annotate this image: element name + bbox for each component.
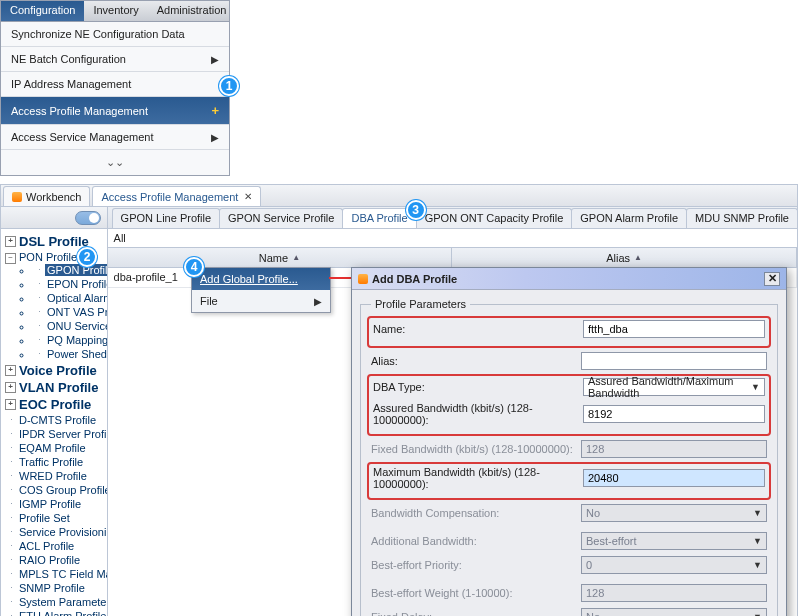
tree-service-provisioning[interactable]: Service Provisioning Profile	[5, 525, 107, 539]
select-value: No	[586, 611, 600, 616]
label: Access Profile Management	[101, 191, 238, 203]
tree-epon-profile[interactable]: EPON Profile	[33, 277, 107, 291]
menu-administration[interactable]: Administration	[148, 1, 236, 21]
name-input[interactable]	[583, 320, 765, 338]
subtab-mdu-snmp[interactable]: MDU SNMP Profile	[686, 208, 798, 228]
select-value: Best-effort	[586, 535, 637, 547]
close-icon[interactable]: ✕	[244, 191, 252, 202]
be-weight-input	[581, 584, 767, 602]
plus-icon: +	[211, 103, 219, 118]
assured-bw-label: Assured Bandwidth (kbit/s) (128-10000000…	[373, 402, 583, 426]
col-alias[interactable]: Alias▲	[452, 248, 797, 267]
tab-workbench[interactable]: Workbench	[3, 186, 90, 206]
tree-raio-profile[interactable]: RAIO Profile	[5, 553, 107, 567]
chevron-down-icon: ▼	[753, 536, 762, 546]
subtab-gpon-line[interactable]: GPON Line Profile	[112, 208, 220, 228]
label: Access Service Management	[11, 131, 153, 143]
subtab-gpon-service[interactable]: GPON Service Profile	[219, 208, 343, 228]
tree-mpls-tc-mapping[interactable]: MPLS TC Field Mapping Profile	[5, 567, 107, 581]
menu-item-ne-batch[interactable]: NE Batch Configuration▶	[1, 47, 229, 72]
menu-inventory[interactable]: Inventory	[84, 1, 147, 21]
tree-igmp-profile[interactable]: IGMP Profile	[5, 497, 107, 511]
close-icon: ✕	[768, 272, 777, 285]
menubar: Configuration Inventory Administration	[0, 0, 230, 22]
filter-row: All	[108, 229, 797, 248]
step-badge-3: 3	[406, 200, 426, 220]
select-value: No	[586, 507, 600, 519]
fixed-bw-label: Fixed Bandwidth (kbit/s) (128-10000000):	[371, 443, 581, 455]
label: DBA Profile	[351, 212, 407, 224]
label: Synchronize NE Configuration Data	[11, 28, 185, 40]
workspace: Workbench Access Profile Management✕ DSL…	[0, 184, 798, 616]
profile-parameters-group: Profile Parameters Name: Alias: DBA Type…	[360, 298, 778, 616]
fixed-bw-input	[581, 440, 767, 458]
nav-tree-panel: DSL Profile PON Profile 2 GPON Profile E…	[1, 207, 108, 616]
tree-pon-profile[interactable]: PON Profile 2 GPON Profile EPON Profile …	[5, 250, 107, 362]
chevron-down-icon: ▼	[753, 560, 762, 570]
tree-power-shedding[interactable]: Power Shedding Profile	[33, 347, 107, 361]
subtab-dba-profile[interactable]: DBA Profile 3	[342, 208, 416, 228]
menu-item-ip-mgmt[interactable]: IP Address Management 1	[1, 72, 229, 97]
tree-optical-alarm[interactable]: Optical Alarm Profile	[33, 291, 107, 305]
ctx-add-global-profile[interactable]: Add Global Profile... 4	[192, 268, 330, 290]
be-priority-select: 0▼	[581, 556, 767, 574]
subtab-gpon-ont-capacity[interactable]: GPON ONT Capacity Profile	[416, 208, 573, 228]
label: Access Profile Management	[11, 105, 148, 117]
max-bw-input[interactable]	[583, 469, 765, 487]
ctx-file[interactable]: File▶	[192, 290, 330, 312]
tree-ont-vas[interactable]: ONT VAS Profile	[33, 305, 107, 319]
bw-comp-select: No▼	[581, 504, 767, 522]
label: Alias	[606, 252, 630, 264]
tree-acl-profile[interactable]: ACL Profile	[5, 539, 107, 553]
profile-sub-tabs: GPON Line Profile GPON Service Profile D…	[108, 207, 797, 229]
tree-ipdr-server-profile[interactable]: IPDR Server Profile	[5, 427, 107, 441]
tree-eth-alarm[interactable]: ETH Alarm Profile	[5, 609, 107, 616]
workspace-tabs: Workbench Access Profile Management✕	[1, 185, 797, 207]
select-value: Assured Bandwidth/Maximum Bandwidth	[588, 375, 751, 399]
tree-wred-profile[interactable]: WRED Profile	[5, 469, 107, 483]
double-chevron-down-icon: ⌄⌄	[106, 156, 124, 169]
menu-item-access-profile[interactable]: Access Profile Management +	[1, 97, 229, 125]
submenu-arrow-icon: ▶	[211, 54, 219, 65]
tree-profile-set[interactable]: Profile Set	[5, 511, 107, 525]
menu-expand[interactable]: ⌄⌄	[1, 150, 229, 175]
subtab-gpon-alarm[interactable]: GPON Alarm Profile	[571, 208, 687, 228]
submenu-arrow-icon: ▶	[211, 132, 219, 143]
tree-eoc-profile[interactable]: EOC Profile	[5, 396, 107, 413]
tree-toolbar	[1, 207, 107, 229]
name-label: Name:	[373, 323, 583, 335]
menu-configuration[interactable]: Configuration	[1, 1, 84, 21]
tree-dcmts-profile[interactable]: D-CMTS Profile	[5, 413, 107, 427]
tree-eqam-profile[interactable]: EQAM Profile	[5, 441, 107, 455]
dba-type-select[interactable]: Assured Bandwidth/Maximum Bandwidth▼	[583, 378, 765, 396]
tree-onu-service-level[interactable]: ONU Service Level Profile	[33, 319, 107, 333]
assured-bw-input[interactable]	[583, 405, 765, 423]
label: NE Batch Configuration	[11, 53, 126, 65]
tree-gpon-profile[interactable]: GPON Profile	[33, 263, 107, 277]
col-name[interactable]: Name▲	[108, 248, 453, 267]
close-button[interactable]: ✕	[764, 272, 780, 286]
context-menu: Add Global Profile... 4 File▶	[191, 267, 331, 313]
label: IP Address Management	[11, 78, 131, 90]
tree-pq-mapping[interactable]: PQ Mapping Profile	[33, 333, 107, 347]
dialog-titlebar: Add DBA Profile ✕	[352, 268, 786, 290]
tab-access-profile-mgmt[interactable]: Access Profile Management✕	[92, 186, 261, 206]
alias-input[interactable]	[581, 352, 767, 370]
max-bw-label: Maximum Bandwidth (kbit/s) (128-10000000…	[373, 466, 583, 490]
sort-icon: ▲	[292, 253, 300, 262]
group-legend: Profile Parameters	[371, 298, 470, 310]
workbench-icon	[12, 192, 22, 202]
panel-toggle[interactable]	[75, 211, 101, 225]
step-badge-4: 4	[184, 257, 204, 277]
tree-snmp-profile[interactable]: SNMP Profile	[5, 581, 107, 595]
tree-cos-group-profile[interactable]: COS Group Profile	[5, 483, 107, 497]
tree-voice-profile[interactable]: Voice Profile	[5, 362, 107, 379]
tree-system-parameter[interactable]: System Parameter Profile	[5, 595, 107, 609]
additional-bw-label: Additional Bandwidth:	[371, 535, 581, 547]
menu-item-access-service[interactable]: Access Service Management▶	[1, 125, 229, 150]
tree-vlan-profile[interactable]: VLAN Profile	[5, 379, 107, 396]
menu-item-sync-ne[interactable]: Synchronize NE Configuration Data	[1, 22, 229, 47]
be-priority-label: Best-effort Priority:	[371, 559, 581, 571]
chevron-down-icon: ▼	[753, 612, 762, 616]
tree-traffic-profile[interactable]: Traffic Profile	[5, 455, 107, 469]
